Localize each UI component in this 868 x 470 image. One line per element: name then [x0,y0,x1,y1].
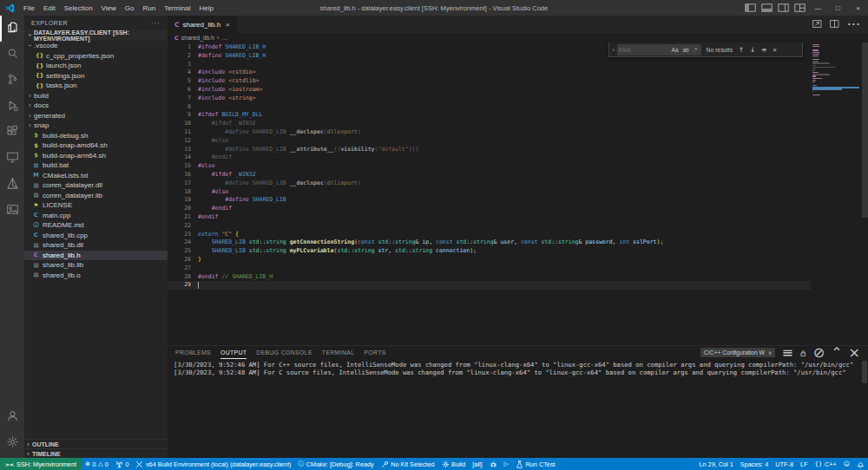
code-editor[interactable]: 1#ifndef SHARED_LIB_H2#define SHARED_LIB… [168,42,868,345]
line-number[interactable]: 26 [168,256,198,264]
activity-item-explorer[interactable] [0,16,24,42]
code-line-12[interactable]: 12 #else [168,137,811,146]
activity-item-cmake[interactable] [0,172,24,198]
tree-item-main-cpp[interactable]: Cmain.cpp [24,211,168,221]
line-number[interactable]: 1 [168,43,198,52]
line-number[interactable]: 20 [168,205,198,213]
tree-item-generated[interactable]: ›generated [24,111,168,121]
line-number[interactable]: 14 [168,153,198,162]
tree-item-comm-datalayer-lib[interactable]: ▤comm_datalayer.lib [24,191,168,201]
code-line-17[interactable]: 17 #define SHARED_LIB __declspec(dllimpo… [168,180,811,188]
menu-edit[interactable]: Edit [39,0,60,16]
maximize-button[interactable]: □ [828,0,848,16]
code-line-26[interactable]: 26} [168,256,811,264]
line-number[interactable]: 23 [168,231,198,239]
more-actions-icon[interactable]: ··· [151,19,161,27]
panel-tab-ports[interactable]: PORTS [364,346,385,359]
tree-item-build-snap-arm64-sh[interactable]: $build-snap-arm64.sh [24,151,168,161]
status-cmake-kit[interactable]: No Kit Selected [378,458,438,470]
code-line-18[interactable]: 18 #else [168,188,811,197]
panel-tab-terminal[interactable]: TERMINAL [322,346,355,359]
activity-item-accounts[interactable] [0,404,24,430]
tree-item-shared-lib-cpp[interactable]: Cshared_lib.cpp [24,231,168,241]
toggle-panel-icon[interactable] [759,0,775,16]
code-line-9[interactable]: 9#ifdef BUILD_MY_DLL [168,111,811,120]
status-ctest[interactable]: Run CTest [512,458,559,470]
regex-icon[interactable]: .* [691,47,699,53]
status-ports[interactable]: 0 [112,458,133,470]
workspace-section-header[interactable]: › DATALAYER.EASY.CLIENT [SSH: MYENVIRONM… [24,29,168,41]
status-notifications[interactable] [853,458,868,470]
menu-go[interactable]: Go [121,0,139,16]
code-line-23[interactable]: 23extern "C" { [168,231,811,239]
line-number[interactable]: 24 [168,238,198,247]
code-line-6[interactable]: 6#include <iostream> [168,86,811,95]
breadcrumb-symbol[interactable]: … [221,35,227,41]
menu-view[interactable]: View [97,0,121,16]
line-number[interactable]: 9 [168,111,198,120]
status-build-target[interactable]: [all] [469,458,485,470]
toggle-sidebar-icon[interactable] [742,0,759,16]
menu-selection[interactable]: Selection [60,0,97,16]
line-number[interactable]: 2 [168,52,198,61]
menu-file[interactable]: File [19,0,39,16]
line-number[interactable]: 17 [168,180,198,188]
customize-layout-icon[interactable] [792,0,808,16]
line-number[interactable]: 7 [168,95,198,103]
code-line-22[interactable]: 22 [168,222,811,231]
toggle-secondary-sidebar-icon[interactable] [775,0,792,16]
line-number[interactable]: 19 [168,196,198,205]
line-number[interactable]: 27 [168,264,198,273]
activity-item-source-control[interactable] [0,68,24,94]
line-number[interactable]: 15 [168,162,198,171]
code-line-5[interactable]: 5#include <cstdlib> [168,77,811,86]
open-preview-icon[interactable] [812,16,822,32]
status-problems[interactable]: ⊗0△0 [82,458,112,470]
code-line-27[interactable]: 27 [168,264,811,273]
line-number[interactable]: 29 [168,281,198,290]
line-number[interactable]: 28 [168,273,198,282]
tree-item-launch-json[interactable]: {}launch.json [24,61,168,71]
code-line-28[interactable]: 28#endif // SHARED_LIB_H [168,273,811,282]
tree-item-snap[interactable]: ›snap [24,121,168,131]
code-line-8[interactable]: 8 [168,103,811,112]
line-number[interactable]: 3 [168,61,198,69]
code-line-24[interactable]: 24 SHARED_LIB std::string getConnectionS… [168,238,811,247]
status-indentation[interactable]: Spaces: 4 [737,458,772,470]
menu-terminal[interactable]: Terminal [160,0,194,16]
line-number[interactable]: 21 [168,213,198,222]
line-number[interactable]: 10 [168,120,198,128]
whole-word-icon[interactable]: ab [681,47,691,53]
menu-run[interactable]: Run [138,0,160,16]
timeline-section[interactable]: › TIMELINE [24,448,168,458]
activity-item-settings[interactable] [0,430,24,456]
tree-item-c-cpp-properties-json[interactable]: {}c_cpp_properties.json [24,51,168,62]
code-line-15[interactable]: 15#else [168,162,811,171]
more-actions-icon[interactable]: ··· [847,16,860,33]
status-cmake-debug[interactable] [486,458,501,470]
tab-shared-lib-h[interactable]: C shared_lib.h × [168,16,237,33]
activity-item-remote-explorer[interactable] [0,146,24,172]
panel-scrollbar[interactable] [862,361,867,383]
line-number[interactable]: 4 [168,69,198,77]
activity-item-run-debug[interactable] [0,94,24,120]
tree-item-license[interactable]: ⚑LICENSE [24,200,168,211]
split-editor-icon[interactable] [830,16,839,32]
close-icon[interactable]: × [226,21,230,29]
code-line-20[interactable]: 20 #endif [168,205,811,213]
status-cmake-launch[interactable]: ▷ [501,458,512,470]
line-number[interactable]: 16 [168,171,198,180]
output-channel-select[interactable]: C/C++ Configuration W ∨ [700,348,776,357]
line-number[interactable]: 18 [168,188,198,197]
panel-tab-debug-console[interactable]: DEBUG CONSOLE [256,346,312,359]
status-cursor-position[interactable]: Ln 29, Col 1 [695,458,736,470]
tree-item-shared-lib-dll[interactable]: ▤shared_lib.dll [24,240,168,251]
close-button[interactable]: × [848,0,868,16]
tree-item-build-snap-amd64-sh[interactable]: $build-snap-amd64.sh [24,140,168,151]
code-line-3[interactable]: 3 [168,61,811,69]
code-line-19[interactable]: 19 #define SHARED_LIB [168,196,811,205]
find-in-selection-icon[interactable]: ≡ [759,46,770,54]
line-number[interactable]: 8 [168,103,198,112]
status-language-mode[interactable]: {}C++ [811,458,839,470]
activity-item-search[interactable] [0,42,24,68]
